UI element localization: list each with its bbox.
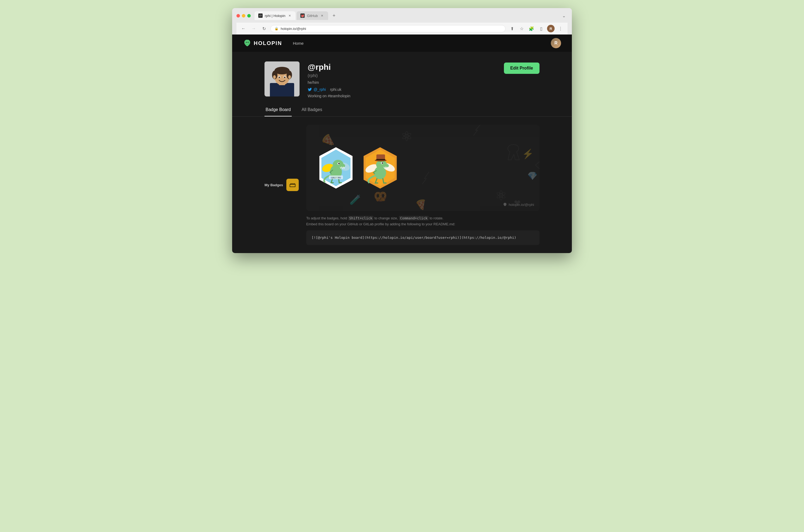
browser-titlebar: 🏷 rphi | Holopin ✕ 🐙 GitHub ✕ + ⌄ ← → ↻ …	[232, 8, 572, 35]
profile-photo	[264, 61, 300, 96]
watermark-text: holopin.io/@rphi	[509, 203, 534, 207]
badge-board-watermark: holopin.io/@rphi	[503, 203, 534, 207]
tabs-divider	[332, 110, 540, 110]
svg-point-12	[284, 77, 285, 78]
profile-handle: (rphi)	[307, 73, 496, 78]
bookmark-button[interactable]: ☆	[518, 25, 525, 32]
holopin-logo-text: HOLOPIN	[254, 40, 282, 46]
profile-photo-image	[264, 61, 300, 96]
profile-username: @rphi	[307, 62, 496, 72]
lock-icon: 🔒	[275, 27, 279, 31]
embed-code-block[interactable]: [![@rphi's Holopin board](https://holopi…	[306, 230, 540, 245]
instruction-line-1: To adjust the badges, hold Shift+click t…	[306, 215, 540, 221]
profile-pronouns: he/him	[307, 80, 496, 84]
close-window-button[interactable]	[237, 14, 240, 18]
tab-badge-board[interactable]: Badge Board	[264, 103, 292, 116]
maximize-window-button[interactable]	[247, 14, 251, 18]
edit-profile-button[interactable]: Edit Profile	[504, 62, 540, 74]
minimize-window-button[interactable]	[242, 14, 245, 18]
svg-text:EARLY PRO: EARLY PRO	[331, 177, 341, 179]
svg-point-35	[338, 163, 339, 165]
badge-board-instructions: To adjust the badges, hold Shift+click t…	[306, 211, 540, 245]
profile-info: @rphi (rphi) he/him @_rphi rphi.uk Worki…	[307, 61, 496, 98]
nav-user-avatar[interactable]: R	[551, 38, 561, 48]
browser-window: 🏷 rphi | Holopin ✕ 🐙 GitHub ✕ + ⌄ ← → ↻ …	[232, 8, 572, 253]
browser-actions: ⬆ ☆ 🧩 ▯ R ⋮	[508, 25, 564, 32]
browser-navbar: ← → ↻ 🔒 holopin.io/@rphi ⬆ ☆ 🧩 ▯ R ⋮	[237, 23, 567, 35]
holopin-favicon: 🏷	[258, 14, 263, 18]
new-tab-button[interactable]: +	[330, 12, 338, 19]
shift-click-highlight: Shift+click	[348, 216, 373, 221]
svg-point-11	[279, 77, 280, 78]
split-view-button[interactable]: ▯	[537, 25, 545, 32]
svg-point-0	[246, 42, 247, 43]
instruction-line-2: Embed this board on your GitHub or GitLa…	[306, 221, 540, 227]
badge-board-container: My Badges 🗃 🍕 ⚡	[232, 117, 572, 253]
svg-point-47	[381, 163, 383, 164]
svg-point-1	[248, 42, 248, 43]
watermark-logo-icon	[503, 203, 507, 207]
address-bar[interactable]: 🔒 holopin.io/@rphi	[270, 25, 506, 32]
embed-code-text: [![@rphi's Holopin board](https://holopi…	[312, 235, 516, 240]
holopin-navbar: HOLOPIN Home R	[232, 35, 572, 52]
my-badges-sidebar: My Badges 🗃	[264, 125, 299, 245]
badge-board-wrapper: 🍕 ⚡ ⚛ ⚛ ⚗ 🧪 🥨 🍒	[306, 125, 540, 245]
badge-2[interactable]	[361, 146, 399, 189]
tab-menu-button[interactable]: ⌄	[560, 12, 567, 19]
tab-all-badges[interactable]: All Badges	[300, 103, 323, 116]
nav-home-link[interactable]: Home	[293, 41, 304, 45]
share-button[interactable]: ⬆	[508, 25, 516, 32]
profile-website-link[interactable]: rphi.uk	[330, 87, 341, 92]
page-content: HOLOPIN Home R	[232, 35, 572, 253]
address-text: holopin.io/@rphi	[281, 27, 306, 31]
badge-1[interactable]: EARLY PRO	[317, 146, 355, 189]
profile-twitter-link[interactable]: @_rphi	[307, 87, 326, 92]
traffic-lights	[237, 14, 251, 18]
badge-board[interactable]: 🍕 ⚡ ⚛ ⚛ ⚗ 🧪 🥨 🍒	[306, 125, 540, 211]
browser-profile-avatar[interactable]: R	[547, 25, 555, 32]
tab-github-close[interactable]: ✕	[320, 14, 324, 18]
tab-github[interactable]: 🐙 GitHub ✕	[297, 11, 328, 20]
tab-holopin[interactable]: 🏷 rphi | Holopin ✕	[255, 11, 296, 20]
holopin-logo-icon	[243, 39, 251, 48]
my-badges-label: My Badges	[264, 183, 283, 187]
back-button[interactable]: ←	[240, 25, 247, 32]
holopin-logo[interactable]: HOLOPIN	[243, 39, 282, 48]
tab-holopin-close[interactable]: ✕	[287, 14, 292, 18]
twitter-icon	[307, 87, 312, 92]
browser-tabs-row: 🏷 rphi | Holopin ✕ 🐙 GitHub ✕ + ⌄	[237, 11, 567, 20]
profile-tagline: Working on #teamholopin	[307, 94, 496, 98]
forward-button[interactable]: →	[250, 25, 258, 32]
svg-point-14	[288, 75, 291, 79]
svg-point-13	[273, 75, 276, 79]
twitter-handle: @_rphi	[314, 87, 326, 92]
profile-section: @rphi (rphi) he/him @_rphi rphi.uk Worki…	[232, 52, 572, 103]
badge-board-content: EARLY PRO	[306, 125, 540, 211]
my-badges-icon: 🗃	[286, 179, 299, 191]
tab-github-label: GitHub	[307, 14, 318, 18]
svg-rect-51	[376, 159, 385, 160]
tabs-section: Badge Board All Badges	[232, 103, 572, 117]
tab-holopin-label: rphi | Holopin	[265, 14, 285, 18]
profile-links: @_rphi rphi.uk	[307, 87, 496, 92]
browser-menu-button[interactable]: ⋮	[557, 25, 564, 32]
extensions-button[interactable]: 🧩	[528, 25, 535, 32]
reload-button[interactable]: ↻	[260, 25, 268, 32]
github-favicon: 🐙	[300, 14, 305, 18]
command-click-highlight: Command+click	[399, 216, 429, 221]
